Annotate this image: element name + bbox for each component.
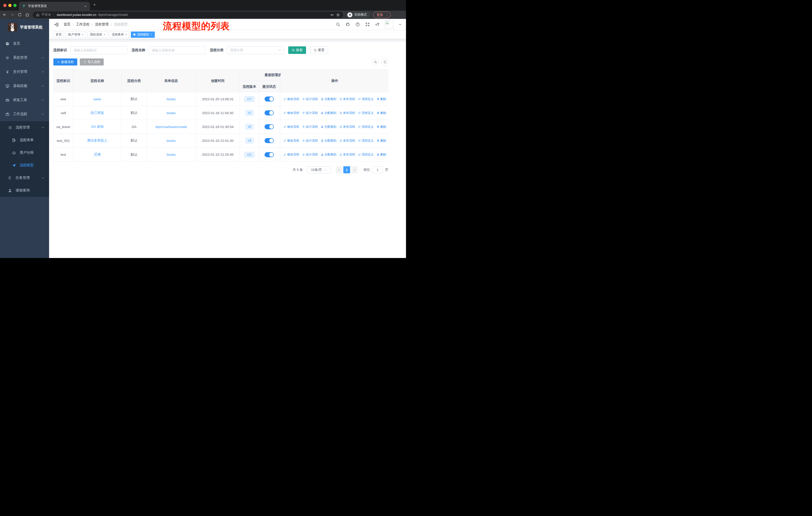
- sidebar-item-0[interactable]: 首页: [0, 36, 49, 51]
- tag-close-icon[interactable]: ×: [82, 33, 83, 36]
- update-button[interactable]: 更新 ⋮: [373, 11, 390, 18]
- form-info-link[interactable]: biubiu: [167, 153, 176, 157]
- toggle-search-icon[interactable]: [372, 58, 379, 65]
- action-definition[interactable]: 流程定义: [358, 153, 374, 157]
- action-assign[interactable]: 分配规则: [321, 139, 337, 143]
- action-publish[interactable]: 发布流程: [339, 111, 355, 115]
- process-name-link[interactable]: 测试多审批人: [87, 138, 108, 143]
- reload-icon[interactable]: [18, 12, 22, 17]
- sidebar-item-10[interactable]: 任务管理: [0, 171, 49, 184]
- fullscreen-icon[interactable]: [365, 22, 370, 27]
- create-process-button[interactable]: 新建流程: [53, 58, 77, 65]
- form-info-link[interactable]: /bpm/oa/leave/create: [155, 125, 187, 129]
- action-design[interactable]: 设计流程: [302, 111, 318, 115]
- home-icon[interactable]: [25, 12, 29, 17]
- action-assign[interactable]: 分配规则: [321, 111, 337, 115]
- url-bar[interactable]: 不安全 dashboard.yudao.iocoder.cn /bpm/mana…: [33, 11, 343, 18]
- prev-page-button[interactable]: [336, 166, 342, 173]
- action-design[interactable]: 设计流程: [302, 139, 318, 143]
- process-name-input[interactable]: [148, 46, 206, 54]
- bookmark-star-icon[interactable]: [336, 13, 340, 17]
- tab-close-icon[interactable]: ×: [84, 4, 87, 8]
- collapse-menu-icon[interactable]: [54, 22, 59, 27]
- action-publish[interactable]: 发布流程: [339, 139, 355, 143]
- search-icon[interactable]: [336, 22, 340, 27]
- refresh-icon[interactable]: [381, 58, 388, 65]
- sidebar-item-6[interactable]: 流程管理: [0, 121, 49, 134]
- form-info-link[interactable]: biubiu: [167, 97, 176, 101]
- action-delete[interactable]: 删除: [377, 125, 386, 129]
- active-toggle[interactable]: [265, 124, 274, 129]
- action-design[interactable]: 设计流程: [302, 125, 318, 129]
- action-edit[interactable]: 修改流程: [283, 153, 299, 157]
- page-1-button[interactable]: 1: [343, 166, 350, 173]
- tag-view-2[interactable]: 我的流程 ×: [87, 31, 108, 38]
- tag-view-3[interactable]: 流程表单 ×: [109, 31, 129, 38]
- action-edit[interactable]: 修改流程: [283, 97, 299, 101]
- sidebar-item-4[interactable]: 研发工具: [0, 93, 49, 107]
- font-size-icon[interactable]: [375, 22, 380, 27]
- action-definition[interactable]: 流程定义: [358, 139, 374, 143]
- help-icon[interactable]: [355, 22, 360, 27]
- tag-close-icon[interactable]: ×: [150, 33, 152, 36]
- page-size-select[interactable]: 10条/页: [307, 166, 331, 173]
- breadcrumb-workflow[interactable]: 工作流程: [76, 22, 90, 27]
- active-toggle[interactable]: [265, 110, 274, 115]
- process-name-link[interactable]: eeee: [93, 97, 101, 101]
- action-assign[interactable]: 分配规则: [321, 97, 337, 101]
- sidebar-item-7[interactable]: 流程表单: [0, 134, 49, 146]
- traffic-light-close-icon[interactable]: [3, 4, 6, 7]
- form-info-link[interactable]: biubiu: [167, 139, 176, 143]
- process-name-link[interactable]: 自己审批: [91, 111, 104, 115]
- active-toggle[interactable]: [265, 152, 274, 157]
- user-avatar[interactable]: [385, 20, 394, 29]
- sidebar-item-1[interactable]: 系统管理: [0, 51, 49, 65]
- tag-close-icon[interactable]: ×: [125, 33, 127, 36]
- goto-page-input[interactable]: [372, 166, 383, 173]
- action-publish[interactable]: 发布流程: [339, 125, 355, 129]
- sidebar-item-5[interactable]: 工作流程: [0, 107, 49, 121]
- action-definition[interactable]: 流程定义: [358, 125, 374, 129]
- github-icon[interactable]: [346, 22, 350, 27]
- next-page-button[interactable]: [352, 166, 358, 173]
- tag-view-0[interactable]: 首页: [53, 31, 64, 38]
- form-info-link[interactable]: biubiu: [167, 111, 176, 115]
- action-delete[interactable]: 删除: [377, 111, 386, 115]
- browser-menu-icon[interactable]: ⋮: [385, 13, 388, 17]
- traffic-light-zoom-icon[interactable]: [13, 4, 17, 7]
- action-edit[interactable]: 修改流程: [283, 111, 299, 115]
- sidebar-logo-row[interactable]: 芋道管理系统: [0, 19, 49, 33]
- import-process-button[interactable]: 导入流程: [80, 58, 104, 65]
- sidebar-item-2[interactable]: 支付管理: [0, 65, 49, 79]
- active-toggle[interactable]: [265, 138, 274, 143]
- tag-close-icon[interactable]: ×: [104, 33, 105, 36]
- sidebar-item-3[interactable]: 基础设施: [0, 79, 49, 93]
- process-name-link[interactable]: 滔博: [94, 153, 101, 157]
- key-icon[interactable]: [330, 13, 334, 17]
- action-publish[interactable]: 发布流程: [339, 153, 355, 157]
- action-delete[interactable]: 删除: [377, 139, 386, 143]
- category-select[interactable]: 流程分类: [227, 46, 284, 54]
- action-publish[interactable]: 发布流程: [339, 97, 355, 101]
- tag-view-1[interactable]: 租户管理 ×: [66, 31, 86, 38]
- action-delete[interactable]: 删除: [377, 97, 386, 101]
- action-delete[interactable]: 删除: [377, 153, 386, 157]
- process-id-input[interactable]: [70, 46, 127, 54]
- tag-view-4[interactable]: 流程模型 ×: [131, 31, 154, 38]
- sidebar-item-9[interactable]: 流程模型: [0, 159, 49, 171]
- reset-button[interactable]: 重置: [310, 46, 328, 54]
- active-toggle[interactable]: [265, 97, 274, 102]
- search-button[interactable]: 搜索: [288, 46, 306, 54]
- caret-down-icon[interactable]: [399, 23, 402, 26]
- breadcrumb-process-mgmt[interactable]: 流程管理: [95, 22, 109, 27]
- action-edit[interactable]: 修改流程: [283, 139, 299, 143]
- sidebar-item-8[interactable]: 用户分组: [0, 146, 49, 159]
- sidebar-item-11[interactable]: 请假查询: [0, 184, 49, 197]
- new-tab-icon[interactable]: +: [93, 2, 96, 7]
- process-name-link[interactable]: OA 请假: [91, 125, 104, 129]
- action-assign[interactable]: 分配规则: [321, 153, 337, 157]
- action-design[interactable]: 设计流程: [302, 153, 318, 157]
- browser-tab[interactable]: 芋道管理系统 ×: [19, 2, 90, 10]
- traffic-light-minimize-icon[interactable]: [8, 4, 11, 7]
- action-definition[interactable]: 流程定义: [358, 111, 374, 115]
